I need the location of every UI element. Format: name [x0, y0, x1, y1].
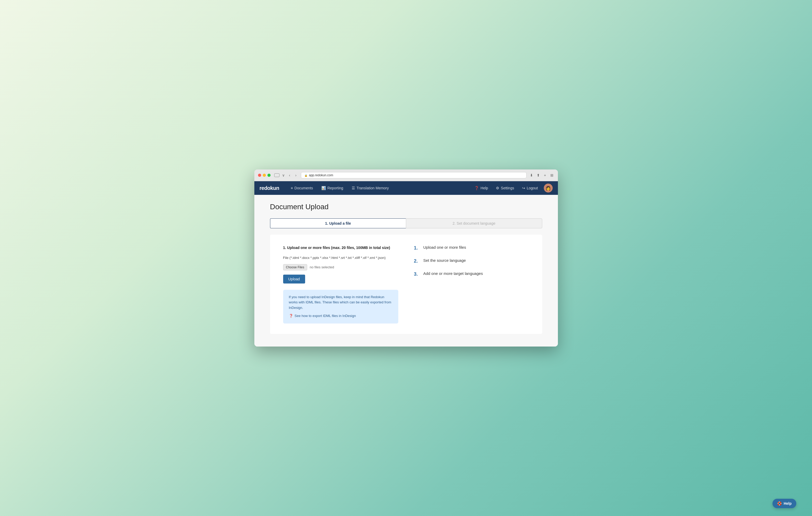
share-icon[interactable]: ⬆	[536, 173, 541, 178]
avatar-image: 👩	[546, 186, 551, 191]
page-title: Document Upload	[270, 203, 542, 211]
browser-controls: ∨ ‹ ›	[274, 173, 298, 178]
documents-icon: ≡	[291, 186, 293, 190]
nav-link-translation-memory[interactable]: ☰ Translation Memory	[348, 184, 393, 192]
nav-right: ❓ Help ⚙ Settings ↪ Logout 👩	[471, 184, 552, 192]
help-fab-button[interactable]: 🛟 Help	[773, 499, 796, 508]
maximize-button[interactable]	[267, 174, 270, 177]
step-text-1: Upload one or more files	[424, 245, 466, 249]
help-circle-icon: ❓	[474, 186, 479, 190]
back-icon[interactable]: ‹	[287, 173, 292, 178]
list-item: 2. Set the source language	[414, 258, 529, 264]
upload-panel: 1. Upload one or more files (max. 20 fil…	[270, 235, 542, 334]
info-box-text: If you need to upload InDesign files, ke…	[289, 295, 393, 311]
idml-link-text: See how to export IDML files in InDesign	[295, 313, 356, 319]
no-files-label: no files selected	[310, 265, 334, 269]
lock-icon: 🔒	[304, 174, 308, 177]
logout-icon: ↪	[522, 186, 525, 190]
upload-button[interactable]: Upload	[283, 275, 305, 283]
nav-label-help: Help	[481, 186, 488, 190]
step-text-2: Set the source language	[424, 258, 466, 263]
nav-label-documents: Documents	[294, 186, 313, 190]
app-logo[interactable]: redokun	[260, 185, 279, 191]
info-box: If you need to upload InDesign files, ke…	[283, 290, 398, 324]
browser-window: ∨ ‹ › 🔒 app.redokun.com ⬇ ⬆ + ⊞ redokun …	[254, 170, 558, 346]
file-types-text: File (*.idml *.docx *.pptx *.xlsx *.html…	[283, 255, 398, 261]
step1-button[interactable]: 1. Upload a file	[270, 218, 406, 228]
help-fab-label: Help	[784, 502, 791, 506]
translation-memory-icon: ☰	[352, 186, 355, 190]
upload-left: 1. Upload one or more files (max. 20 fil…	[283, 245, 398, 324]
gear-icon: ⚙	[496, 186, 499, 190]
step-number-3: 3.	[414, 271, 420, 277]
nav-label-reporting: Reporting	[327, 186, 343, 190]
nav-link-documents[interactable]: ≡ Documents	[287, 184, 317, 192]
upload-right: 1. Upload one or more files 2. Set the s…	[414, 245, 529, 324]
list-item: 1. Upload one or more files	[414, 245, 529, 251]
nav-link-reporting[interactable]: 📊 Reporting	[318, 184, 347, 192]
close-button[interactable]	[258, 174, 261, 177]
step-text-3: Add one or more target languages	[424, 271, 483, 276]
steps-list: 1. Upload one or more files 2. Set the s…	[414, 245, 529, 277]
new-tab-icon[interactable]: +	[543, 173, 547, 178]
nav-settings-link[interactable]: ⚙ Settings	[493, 184, 517, 192]
traffic-lights	[258, 174, 270, 177]
step-number-2: 2.	[414, 259, 420, 264]
nav-label-logout: Logout	[527, 186, 538, 190]
step2-button[interactable]: 2. Set document language	[406, 218, 542, 228]
reporting-icon: 📊	[321, 186, 326, 190]
browser-actions: ⬇ ⬆ + ⊞	[529, 173, 554, 178]
nav-logout-link[interactable]: ↪ Logout	[519, 184, 541, 192]
info-icon: ❓	[289, 313, 293, 319]
address-bar[interactable]: 🔒 app.redokun.com	[301, 172, 526, 178]
url-text: app.redokun.com	[309, 173, 334, 177]
chevron-down-icon: ∨	[281, 173, 286, 178]
nav-help-link[interactable]: ❓ Help	[471, 184, 491, 192]
avatar[interactable]: 👩	[544, 184, 553, 192]
grid-icon[interactable]: ⊞	[550, 173, 554, 178]
sidebar-toggle-icon[interactable]	[274, 173, 280, 177]
page-content: Document Upload 1. Upload a file 2. Set …	[254, 195, 558, 346]
browser-chrome: ∨ ‹ › 🔒 app.redokun.com ⬇ ⬆ + ⊞	[254, 170, 558, 181]
minimize-button[interactable]	[263, 174, 266, 177]
idml-help-link[interactable]: ❓ See how to export IDML files in InDesi…	[289, 313, 393, 319]
steps-bar: 1. Upload a file 2. Set document languag…	[270, 218, 542, 228]
nav-label-settings: Settings	[501, 186, 514, 190]
nav-label-translation-memory: Translation Memory	[357, 186, 389, 190]
forward-icon[interactable]: ›	[294, 173, 298, 178]
choose-files-button[interactable]: Choose Files	[283, 264, 307, 270]
help-fab-icon: 🛟	[777, 502, 782, 506]
file-input-row: Choose Files no files selected	[283, 264, 398, 270]
upload-description: 1. Upload one or more files (max. 20 fil…	[283, 245, 398, 250]
app-nav: redokun ≡ Documents 📊 Reporting ☰ Transl…	[254, 181, 558, 195]
list-item: 3. Add one or more target languages	[414, 271, 529, 277]
step-number-1: 1.	[414, 245, 420, 251]
download-icon[interactable]: ⬇	[529, 173, 534, 178]
nav-links: ≡ Documents 📊 Reporting ☰ Translation Me…	[287, 184, 471, 192]
